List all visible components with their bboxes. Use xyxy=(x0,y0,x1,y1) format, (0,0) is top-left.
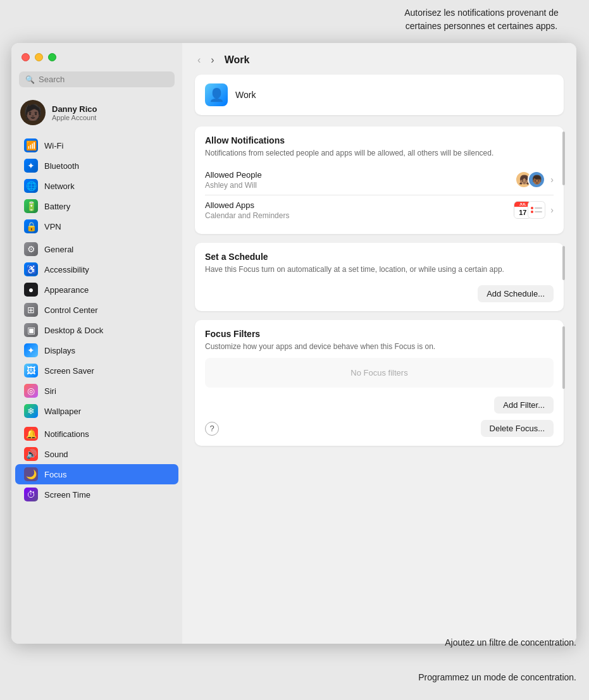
sidebar-item-label-screentime: Screen Time xyxy=(44,490,90,500)
allowed-people-right: 👧🏽 👦🏾 › xyxy=(515,171,554,188)
search-input[interactable] xyxy=(39,75,168,84)
scroll-indicator xyxy=(562,132,565,185)
sidebar-item-general[interactable]: ⚙ General xyxy=(15,239,178,259)
bottom-row: ? Delete Focus... xyxy=(205,414,554,437)
screen-saver-icon: 🖼 xyxy=(24,364,38,378)
wifi-icon: 📶 xyxy=(24,138,38,152)
displays-icon: ✦ xyxy=(24,343,38,357)
focus-filters-desc: Customize how your apps and device behav… xyxy=(205,341,554,352)
allowed-apps-sublabel: Calendar and Reminders xyxy=(205,211,289,220)
appearance-icon: ● xyxy=(24,283,38,297)
sidebar-item-label-screensaver: Screen Saver xyxy=(44,366,94,376)
maximize-button[interactable] xyxy=(48,53,56,61)
sidebar-item-vpn[interactable]: 🔒 VPN xyxy=(15,216,178,236)
reminders-icon xyxy=(528,201,545,219)
search-bar[interactable]: 🔍 xyxy=(19,71,175,87)
allowed-people-row[interactable]: Allowed People Ashley and Will 👧🏽 👦🏾 › xyxy=(205,165,554,195)
forward-button[interactable]: › xyxy=(208,53,216,67)
sidebar-item-label-displays: Displays xyxy=(44,346,75,355)
help-button[interactable]: ? xyxy=(205,422,219,436)
add-filter-row: Add Filter... xyxy=(205,393,554,414)
sidebar-item-label-bluetooth: Bluetooth xyxy=(44,161,79,171)
annotation-bottom-filter: Ajoutez un filtre de concentration. xyxy=(445,636,576,649)
allowed-apps-chevron: › xyxy=(550,205,554,215)
toolbar: ‹ › Work xyxy=(182,43,576,75)
sidebar-item-siri[interactable]: ◎ Siri xyxy=(15,381,178,401)
filters-scroll-indicator xyxy=(562,326,565,390)
traffic-lights xyxy=(11,53,182,71)
sidebar-item-desktop-dock[interactable]: ▣ Desktop & Dock xyxy=(15,320,178,340)
set-schedule-title: Set a Schedule xyxy=(205,252,554,262)
schedule-scroll-indicator xyxy=(562,246,565,280)
sidebar-item-focus[interactable]: 🌙 Focus xyxy=(15,464,178,484)
avatar: 🧑🏿 xyxy=(20,100,46,125)
wallpaper-icon: ❄ xyxy=(24,404,38,418)
accessibility-icon: ♿ xyxy=(24,262,38,276)
sidebar-item-notifications[interactable]: 🔔 Notifications xyxy=(15,424,178,444)
allowed-apps-right: JUL 17 xyxy=(514,201,554,219)
sidebar-item-appearance[interactable]: ● Appearance xyxy=(15,279,178,300)
sidebar-item-screen-time[interactable]: ⏱ Screen Time xyxy=(15,484,178,505)
sidebar-item-label-focus: Focus xyxy=(44,470,66,479)
sidebar-item-wifi[interactable]: 📶 Wi-Fi xyxy=(15,135,178,156)
sidebar-section-network: 📶 Wi-Fi ✦ Bluetooth 🌐 Network 🔋 Battery … xyxy=(11,135,182,236)
sidebar-item-wallpaper[interactable]: ❄ Wallpaper xyxy=(15,401,178,421)
sidebar-item-accessibility[interactable]: ♿ Accessibility xyxy=(15,259,178,279)
add-filter-button[interactable]: Add Filter... xyxy=(494,396,554,414)
network-icon: 🌐 xyxy=(24,179,38,193)
screen-time-icon: ⏱ xyxy=(24,488,38,501)
sidebar-item-label-network: Network xyxy=(44,181,75,191)
sidebar-item-label-battery: Battery xyxy=(44,202,70,211)
general-icon: ⚙ xyxy=(24,242,38,256)
sidebar-item-displays[interactable]: ✦ Displays xyxy=(15,340,178,360)
sidebar-item-bluetooth[interactable]: ✦ Bluetooth xyxy=(15,156,178,176)
sidebar-item-control-center[interactable]: ⊞ Control Center xyxy=(15,300,178,320)
desktop-dock-icon: ▣ xyxy=(24,323,38,337)
back-button[interactable]: ‹ xyxy=(195,53,203,67)
allowed-people-label: Allowed People xyxy=(205,170,262,180)
focus-work-icon: 👤 xyxy=(205,83,228,106)
user-section[interactable]: 🧑🏿 Danny Rico Apple Account xyxy=(11,95,182,130)
sound-icon: 🔊 xyxy=(24,447,38,461)
main-content: ‹ › Work 👤 Work Allow Notifications Noti… xyxy=(182,43,576,644)
allowed-apps-left: Allowed Apps Calendar and Reminders xyxy=(205,200,289,220)
person-avatar-2: 👦🏾 xyxy=(528,171,545,188)
toolbar-title: Work xyxy=(225,54,250,66)
sidebar-item-label-appearance: Appearance xyxy=(44,285,89,295)
control-center-icon: ⊞ xyxy=(24,303,38,317)
allowed-apps-row[interactable]: Allowed Apps Calendar and Reminders JUL … xyxy=(205,195,554,225)
focus-header-card: 👤 Work xyxy=(195,75,564,115)
siri-icon: ◎ xyxy=(24,384,38,398)
user-info: Danny Rico Apple Account xyxy=(52,104,97,121)
sidebar-item-label-wallpaper: Wallpaper xyxy=(44,407,81,416)
sidebar-item-sound[interactable]: 🔊 Sound xyxy=(15,444,178,464)
allowed-apps-label: Allowed Apps xyxy=(205,200,289,210)
sidebar-item-label-sound: Sound xyxy=(44,450,68,459)
sidebar-item-label-control: Control Center xyxy=(44,305,98,315)
sidebar-item-label-wifi: Wi-Fi xyxy=(44,141,63,150)
battery-icon: 🔋 xyxy=(24,199,38,213)
focus-filters-section: Focus Filters Customize how your apps an… xyxy=(195,320,564,446)
add-schedule-row: Add Schedule... xyxy=(205,281,554,302)
delete-focus-button[interactable]: Delete Focus... xyxy=(481,420,554,437)
sidebar-section-system: ⚙ General ♿ Accessibility ● Appearance ⊞… xyxy=(11,239,182,421)
allowed-people-left: Allowed People Ashley and Will xyxy=(205,170,262,190)
sidebar-item-label-siri: Siri xyxy=(44,386,56,396)
add-schedule-button[interactable]: Add Schedule... xyxy=(478,285,554,302)
notifications-icon: 🔔 xyxy=(24,427,38,441)
sidebar-section-apps: 🔔 Notifications 🔊 Sound 🌙 Focus ⏱ Screen… xyxy=(11,424,182,505)
minimize-button[interactable] xyxy=(35,53,43,61)
set-schedule-section: Set a Schedule Have this Focus turn on a… xyxy=(195,243,564,311)
sidebar-item-battery[interactable]: 🔋 Battery xyxy=(15,196,178,216)
sidebar-item-screen-saver[interactable]: 🖼 Screen Saver xyxy=(15,360,178,381)
no-filters-text: No Focus filters xyxy=(205,358,554,388)
annotation-top: Autorisez les notifications provenant de… xyxy=(387,6,576,33)
avatar-image: 🧑🏿 xyxy=(23,105,42,120)
main-window: 🔍 🧑🏿 Danny Rico Apple Account 📶 Wi-Fi ✦ … xyxy=(11,43,576,644)
user-subtitle: Apple Account xyxy=(52,114,97,121)
sidebar-item-network[interactable]: 🌐 Network xyxy=(15,176,178,196)
close-button[interactable] xyxy=(22,53,30,61)
sidebar-item-label-accessibility: Accessibility xyxy=(44,265,89,274)
focus-work-name: Work xyxy=(235,90,256,100)
allow-notifications-section: Allow Notifications Notifications from s… xyxy=(195,126,564,234)
